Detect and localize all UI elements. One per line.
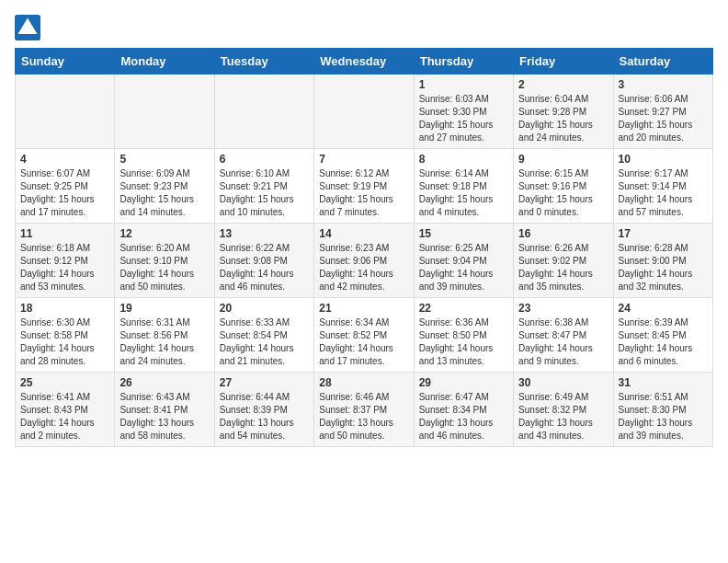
day-number: 7 [319, 153, 408, 166]
day-number: 1 [419, 78, 508, 91]
calendar-cell: 29Sunrise: 6:47 AM Sunset: 8:34 PM Dayli… [414, 373, 513, 447]
calendar-cell: 31Sunrise: 6:51 AM Sunset: 8:30 PM Dayli… [613, 373, 712, 447]
day-number: 23 [518, 302, 608, 315]
day-header-monday: Monday [115, 49, 214, 75]
cell-content: Sunrise: 6:33 AM Sunset: 8:54 PM Dayligh… [220, 316, 309, 368]
day-number: 28 [319, 376, 408, 389]
calendar-cell: 17Sunrise: 6:28 AM Sunset: 9:00 PM Dayli… [613, 224, 712, 298]
calendar-cell: 7Sunrise: 6:12 AM Sunset: 9:19 PM Daylig… [314, 149, 414, 224]
calendar-cell: 27Sunrise: 6:44 AM Sunset: 8:39 PM Dayli… [214, 373, 313, 447]
calendar-week-row: 1Sunrise: 6:03 AM Sunset: 9:30 PM Daylig… [16, 75, 713, 149]
calendar-cell: 14Sunrise: 6:23 AM Sunset: 9:06 PM Dayli… [314, 224, 414, 298]
calendar-cell: 10Sunrise: 6:17 AM Sunset: 9:14 PM Dayli… [613, 149, 712, 224]
cell-content: Sunrise: 6:47 AM Sunset: 8:34 PM Dayligh… [419, 391, 508, 442]
day-number: 30 [518, 376, 608, 389]
day-number: 4 [20, 153, 109, 166]
cell-content: Sunrise: 6:28 AM Sunset: 9:00 PM Dayligh… [619, 242, 708, 293]
page-header [15, 15, 713, 40]
day-number: 17 [619, 227, 708, 240]
calendar-cell: 13Sunrise: 6:22 AM Sunset: 9:08 PM Dayli… [214, 224, 313, 298]
calendar-cell: 2Sunrise: 6:04 AM Sunset: 9:28 PM Daylig… [514, 75, 613, 149]
day-number: 25 [20, 376, 109, 389]
day-number: 10 [619, 153, 708, 166]
day-number: 14 [319, 227, 408, 240]
day-number: 20 [220, 302, 309, 315]
calendar-week-row: 25Sunrise: 6:41 AM Sunset: 8:43 PM Dayli… [16, 373, 713, 447]
cell-content: Sunrise: 6:39 AM Sunset: 8:45 PM Dayligh… [619, 316, 708, 368]
calendar-cell: 15Sunrise: 6:25 AM Sunset: 9:04 PM Dayli… [414, 224, 513, 298]
day-number: 2 [518, 78, 608, 91]
calendar-cell: 19Sunrise: 6:31 AM Sunset: 8:56 PM Dayli… [115, 298, 214, 373]
cell-content: Sunrise: 6:20 AM Sunset: 9:10 PM Dayligh… [119, 242, 209, 293]
day-number: 27 [220, 376, 309, 389]
calendar-cell: 4Sunrise: 6:07 AM Sunset: 9:25 PM Daylig… [16, 149, 115, 224]
day-number: 22 [419, 302, 508, 315]
cell-content: Sunrise: 6:41 AM Sunset: 8:43 PM Dayligh… [20, 391, 109, 442]
cell-content: Sunrise: 6:51 AM Sunset: 8:30 PM Dayligh… [619, 391, 708, 442]
cell-content: Sunrise: 6:03 AM Sunset: 9:30 PM Dayligh… [419, 93, 508, 144]
cell-content: Sunrise: 6:10 AM Sunset: 9:21 PM Dayligh… [220, 167, 309, 219]
cell-content: Sunrise: 6:38 AM Sunset: 8:47 PM Dayligh… [518, 316, 608, 368]
calendar-cell: 3Sunrise: 6:06 AM Sunset: 9:27 PM Daylig… [613, 75, 712, 149]
cell-content: Sunrise: 6:46 AM Sunset: 8:37 PM Dayligh… [319, 391, 408, 442]
calendar-cell [16, 75, 115, 149]
calendar-cell: 12Sunrise: 6:20 AM Sunset: 9:10 PM Dayli… [115, 224, 214, 298]
day-number: 3 [619, 78, 708, 91]
cell-content: Sunrise: 6:43 AM Sunset: 8:41 PM Dayligh… [119, 391, 209, 442]
calendar-cell: 28Sunrise: 6:46 AM Sunset: 8:37 PM Dayli… [314, 373, 414, 447]
calendar-cell [115, 75, 214, 149]
day-number: 8 [419, 153, 508, 166]
day-number: 24 [619, 302, 708, 315]
cell-content: Sunrise: 6:14 AM Sunset: 9:18 PM Dayligh… [419, 167, 508, 219]
day-number: 13 [220, 227, 309, 240]
day-number: 15 [419, 227, 508, 240]
calendar-cell: 11Sunrise: 6:18 AM Sunset: 9:12 PM Dayli… [16, 224, 115, 298]
cell-content: Sunrise: 6:07 AM Sunset: 9:25 PM Dayligh… [20, 167, 109, 219]
calendar-cell: 5Sunrise: 6:09 AM Sunset: 9:23 PM Daylig… [115, 149, 214, 224]
day-number: 29 [419, 376, 508, 389]
cell-content: Sunrise: 6:31 AM Sunset: 8:56 PM Dayligh… [119, 316, 209, 368]
calendar-cell: 30Sunrise: 6:49 AM Sunset: 8:32 PM Dayli… [514, 373, 613, 447]
day-number: 5 [119, 153, 209, 166]
cell-content: Sunrise: 6:22 AM Sunset: 9:08 PM Dayligh… [220, 242, 309, 293]
day-number: 12 [119, 227, 209, 240]
calendar-week-row: 4Sunrise: 6:07 AM Sunset: 9:25 PM Daylig… [16, 149, 713, 224]
cell-content: Sunrise: 6:09 AM Sunset: 9:23 PM Dayligh… [119, 167, 209, 219]
day-number: 18 [20, 302, 109, 315]
calendar-cell: 24Sunrise: 6:39 AM Sunset: 8:45 PM Dayli… [613, 298, 712, 373]
day-header-tuesday: Tuesday [214, 49, 313, 75]
day-header-saturday: Saturday [613, 49, 712, 75]
calendar-cell: 1Sunrise: 6:03 AM Sunset: 9:30 PM Daylig… [414, 75, 513, 149]
calendar-cell: 8Sunrise: 6:14 AM Sunset: 9:18 PM Daylig… [414, 149, 513, 224]
calendar-cell: 18Sunrise: 6:30 AM Sunset: 8:58 PM Dayli… [16, 298, 115, 373]
day-number: 6 [220, 153, 309, 166]
day-number: 26 [119, 376, 209, 389]
cell-content: Sunrise: 6:18 AM Sunset: 9:12 PM Dayligh… [20, 242, 109, 293]
cell-content: Sunrise: 6:25 AM Sunset: 9:04 PM Dayligh… [419, 242, 508, 293]
cell-content: Sunrise: 6:49 AM Sunset: 8:32 PM Dayligh… [518, 391, 608, 442]
logo-icon [15, 15, 40, 40]
cell-content: Sunrise: 6:15 AM Sunset: 9:16 PM Dayligh… [518, 167, 608, 219]
calendar-cell: 16Sunrise: 6:26 AM Sunset: 9:02 PM Dayli… [514, 224, 613, 298]
calendar-cell: 26Sunrise: 6:43 AM Sunset: 8:41 PM Dayli… [115, 373, 214, 447]
cell-content: Sunrise: 6:36 AM Sunset: 8:50 PM Dayligh… [419, 316, 508, 368]
cell-content: Sunrise: 6:12 AM Sunset: 9:19 PM Dayligh… [319, 167, 408, 219]
calendar-cell [214, 75, 313, 149]
day-number: 21 [319, 302, 408, 315]
cell-content: Sunrise: 6:06 AM Sunset: 9:27 PM Dayligh… [619, 93, 708, 144]
calendar-table: SundayMondayTuesdayWednesdayThursdayFrid… [15, 48, 713, 447]
calendar-cell: 20Sunrise: 6:33 AM Sunset: 8:54 PM Dayli… [214, 298, 313, 373]
calendar-cell: 9Sunrise: 6:15 AM Sunset: 9:16 PM Daylig… [514, 149, 613, 224]
days-header-row: SundayMondayTuesdayWednesdayThursdayFrid… [16, 49, 713, 75]
calendar-week-row: 18Sunrise: 6:30 AM Sunset: 8:58 PM Dayli… [16, 298, 713, 373]
day-header-sunday: Sunday [16, 49, 115, 75]
day-number: 31 [619, 376, 708, 389]
cell-content: Sunrise: 6:30 AM Sunset: 8:58 PM Dayligh… [20, 316, 109, 368]
calendar-cell: 23Sunrise: 6:38 AM Sunset: 8:47 PM Dayli… [514, 298, 613, 373]
logo [15, 15, 44, 40]
calendar-cell: 22Sunrise: 6:36 AM Sunset: 8:50 PM Dayli… [414, 298, 513, 373]
calendar-cell: 6Sunrise: 6:10 AM Sunset: 9:21 PM Daylig… [214, 149, 313, 224]
calendar-cell: 21Sunrise: 6:34 AM Sunset: 8:52 PM Dayli… [314, 298, 414, 373]
cell-content: Sunrise: 6:17 AM Sunset: 9:14 PM Dayligh… [619, 167, 708, 219]
day-number: 16 [518, 227, 608, 240]
